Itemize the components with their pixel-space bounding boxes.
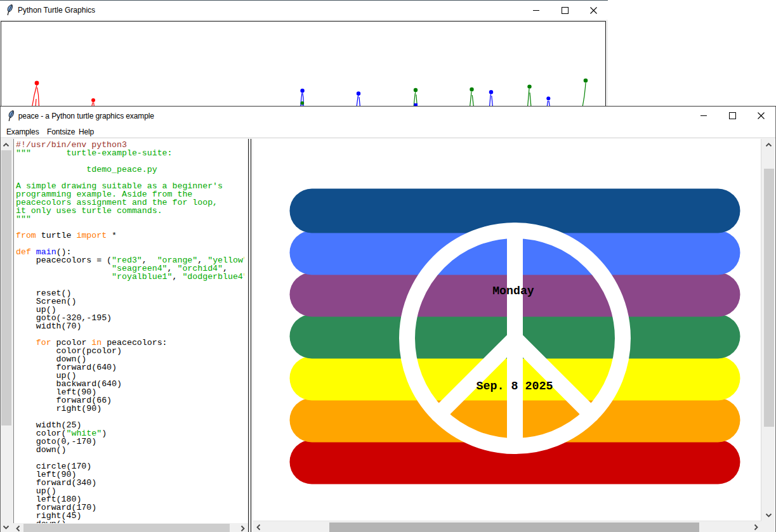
svg-text:Sep. 8 2025: Sep. 8 2025 — [477, 380, 553, 393]
svg-text:Monday: Monday — [492, 285, 534, 297]
